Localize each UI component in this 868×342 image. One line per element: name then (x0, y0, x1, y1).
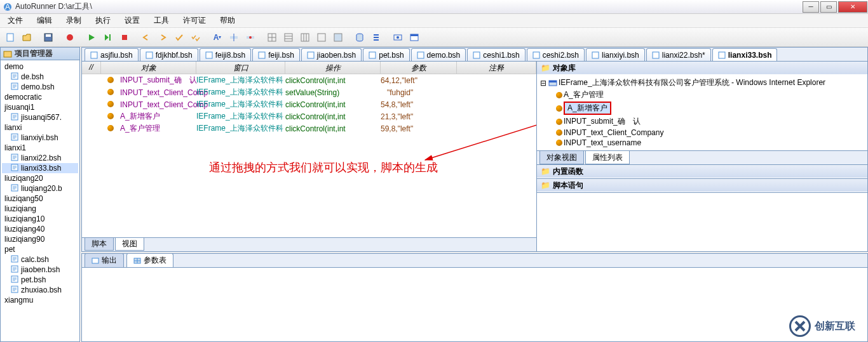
capture-icon[interactable] (390, 30, 405, 45)
tree-item[interactable]: lianxi (2, 122, 78, 133)
tab-view[interactable]: 视图 (115, 238, 144, 251)
tree-item[interactable]: calc.bsh (2, 254, 78, 265)
tree-item[interactable]: lianxiyi.bsh (2, 133, 78, 143)
tree-item[interactable]: jiaoben.bsh (2, 265, 78, 275)
tree-item[interactable]: liuziqiang90 (2, 234, 78, 244)
tab-script[interactable]: 脚本 (85, 238, 114, 251)
tab-params[interactable]: 参数表 (126, 253, 173, 267)
tree-item[interactable]: liuziqiang10 (2, 214, 78, 224)
tab-output[interactable]: 输出 (85, 253, 124, 267)
col-idx: // (82, 62, 101, 74)
tree-item[interactable]: liuziqang20 (2, 173, 78, 183)
builtin-functions-header[interactable]: 📁 内置函数 (537, 165, 867, 178)
menu-license[interactable]: 许可证 (179, 14, 210, 27)
tree-item[interactable]: demo.bsh (2, 82, 78, 92)
tree-item[interactable]: lianxi22.bsh (2, 153, 78, 163)
menu-file[interactable]: 文件 (4, 14, 27, 27)
checkall-icon[interactable] (188, 30, 203, 45)
editor-tab[interactable]: lianxiyi.bsh (586, 48, 645, 61)
script-row[interactable]: INPUT_text_Client_CompIEFrame_上海泽众软件科cli… (82, 98, 536, 110)
bullet-icon (556, 129, 562, 136)
grid4-icon[interactable] (314, 30, 329, 45)
tree-item[interactable]: xiangmu (2, 295, 78, 305)
tab-attr-list[interactable]: 属性列表 (585, 151, 630, 164)
collapse-icon[interactable]: ⊟ (539, 79, 547, 88)
record-icon[interactable] (62, 30, 78, 45)
grid5-icon[interactable] (330, 30, 346, 45)
script-row[interactable]: A_客户管理IEFrame_上海泽众软件科clickControl(int,in… (82, 122, 536, 135)
script-grid-body[interactable]: INPUT_submit_确 认IEFrame_上海泽众软件科clickCont… (82, 74, 536, 237)
tree-item[interactable]: liuziqiang40 (2, 224, 78, 234)
font-icon[interactable]: A▾ (210, 30, 225, 45)
obj-tree-item[interactable]: INPUT_text_Client_Company (539, 128, 865, 138)
menu-tools[interactable]: 工具 (150, 14, 173, 27)
tree-item[interactable]: jisuanqi567. (2, 112, 78, 122)
editor-tab[interactable]: feiji.bsh (252, 48, 300, 61)
play-step-icon[interactable] (100, 30, 116, 45)
window-icon[interactable] (407, 30, 422, 45)
menu-help[interactable]: 帮助 (216, 14, 239, 27)
open-icon[interactable] (19, 30, 34, 45)
menu-settings[interactable]: 设置 (121, 14, 144, 27)
grid1-icon[interactable] (264, 30, 280, 45)
grid3-icon[interactable] (297, 30, 313, 45)
editor-tab[interactable]: ceshi1.bsh (467, 48, 525, 61)
tree-item[interactable]: zhuxiao.bsh (2, 285, 78, 295)
tree-item[interactable]: lianxi1 (2, 143, 78, 153)
obj-tree-item[interactable]: A_新增客户 (539, 101, 865, 115)
obj-tree-item[interactable]: INPUT_submit_确 认 (539, 115, 865, 128)
editor-tab[interactable]: pet.bsh (363, 48, 409, 61)
obj-tree-item[interactable]: A_客户管理 (539, 89, 865, 101)
editor-tab[interactable]: feiji8.bsh (200, 48, 251, 61)
editor-tab[interactable]: lianxi22.bsh* (646, 48, 711, 61)
menu-record[interactable]: 录制 (62, 14, 85, 27)
tree-item[interactable]: de.bsh (2, 72, 78, 82)
menu-edit[interactable]: 编辑 (33, 14, 56, 27)
obj-tree-item[interactable]: INPUT_text_username (539, 138, 865, 148)
script-row[interactable]: INPUT_submit_确 认IEFrame_上海泽众软件科clickCont… (82, 74, 536, 86)
stop-icon[interactable] (117, 30, 132, 45)
grid2-icon[interactable] (281, 30, 296, 45)
tree-item[interactable]: pet (2, 244, 78, 254)
undo-icon[interactable] (139, 30, 154, 45)
maximize-button[interactable]: ▭ (820, 1, 837, 13)
redo-icon[interactable] (155, 30, 170, 45)
menu-run[interactable]: 执行 (92, 14, 114, 27)
new-icon[interactable] (3, 30, 18, 45)
editor-tab[interactable]: asjfiu.bsh (85, 48, 139, 61)
settings-icon[interactable] (369, 30, 384, 45)
object-tree[interactable]: ⊟ IEFrame_上海泽众软件科技有限公司客户管理系统 - Windows I… (537, 74, 867, 150)
tree-item[interactable]: demo (2, 62, 78, 72)
tree-item[interactable]: liuziqiang (2, 204, 78, 214)
check-icon[interactable] (172, 30, 187, 45)
insert1-icon[interactable] (226, 30, 241, 45)
db-icon[interactable] (352, 30, 367, 45)
tree-item[interactable]: liuqiang20.b (2, 183, 78, 194)
script-statements-header[interactable]: 📁 脚本语句 (537, 179, 867, 192)
play-icon[interactable] (84, 30, 99, 45)
editor-tab[interactable]: ceshi2.bsh (527, 48, 585, 61)
tree-item[interactable]: liuziqang50 (2, 194, 78, 204)
tree-item[interactable]: jisuanqi1 (2, 102, 78, 112)
tree-item[interactable]: democratic (2, 92, 78, 102)
cell-param: 54,8,"left" (381, 100, 457, 109)
project-tree[interactable]: demode.bshdemo.bshdemocraticjisuanqi1jis… (1, 60, 79, 341)
tree-item[interactable]: pet.bsh (2, 275, 78, 285)
editor-tab[interactable]: lianxi33.bsh (712, 48, 778, 61)
editor-tab[interactable]: jiaoben.bsh (301, 48, 362, 61)
editor-tab[interactable]: demo.bsh (411, 48, 466, 61)
cell-param: 64,12,"left" (381, 76, 457, 85)
obj-tree-root[interactable]: ⊟ IEFrame_上海泽众软件科技有限公司客户管理系统 - Windows I… (539, 77, 865, 89)
script-row[interactable]: A_新增客户IEFrame_上海泽众软件科clickControl(int,in… (82, 110, 536, 122)
window-controls: ─ ▭ ✕ (802, 1, 868, 13)
minimize-button[interactable]: ─ (803, 1, 819, 13)
close-button[interactable]: ✕ (838, 1, 867, 13)
insert2-icon[interactable] (243, 30, 258, 45)
tree-item[interactable]: lianxi33.bsh (2, 163, 78, 173)
save-icon[interactable] (41, 30, 56, 45)
script-row[interactable]: INPUT_text_Client_CompIEFrame_上海泽众软件科set… (82, 86, 536, 98)
tree-item-label: pet (4, 245, 15, 254)
property-tabs: 对象视图 属性列表 (537, 150, 867, 164)
editor-tab[interactable]: fdjkhbf.bsh (140, 48, 198, 61)
tab-object-view[interactable]: 对象视图 (539, 151, 584, 164)
